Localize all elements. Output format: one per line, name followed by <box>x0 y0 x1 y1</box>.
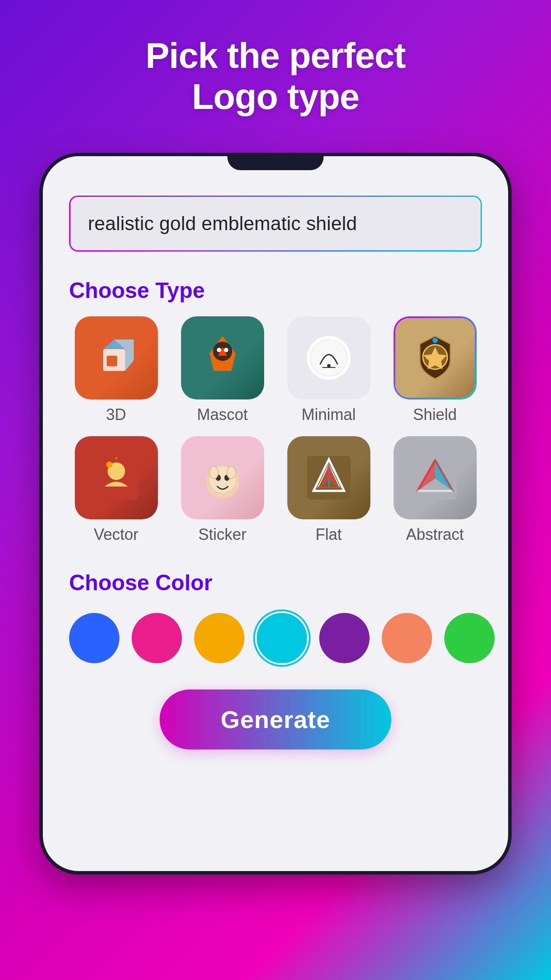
type-item-vector[interactable]: Vector <box>69 436 163 544</box>
type-label-abstract: Abstract <box>406 525 464 544</box>
type-icon-wrap-shield <box>394 316 477 399</box>
color-circle-orange[interactable] <box>382 613 432 663</box>
type-icon-wrap-3d <box>75 316 158 399</box>
svg-point-8 <box>224 348 228 352</box>
phone-frame: Choose Type 3DMascotMinimalShieldVectorS… <box>39 153 512 875</box>
type-icon-wrap-mascot <box>181 316 264 399</box>
svg-point-14 <box>432 338 438 343</box>
icon-abstract <box>394 436 477 519</box>
icon-sticker <box>181 436 264 519</box>
header-line2: Logo type <box>192 77 359 116</box>
icon-mascot <box>181 316 264 399</box>
header-title: Pick the perfect Logo type <box>146 35 406 118</box>
type-label-shield: Shield <box>413 406 457 424</box>
type-label-flat: Flat <box>315 525 342 544</box>
icon-shield <box>395 318 475 398</box>
svg-point-10 <box>310 340 347 376</box>
color-row <box>69 613 482 663</box>
icon-minimal <box>287 316 370 399</box>
type-icon-wrap-minimal <box>287 316 370 399</box>
color-circle-blue[interactable] <box>69 613 119 663</box>
color-circle-pink[interactable] <box>132 613 182 663</box>
type-item-mascot[interactable]: Mascot <box>175 316 269 424</box>
type-icon-wrap-flat <box>287 436 370 519</box>
type-grid: 3DMascotMinimalShieldVectorStickerFlatAb… <box>69 316 482 544</box>
search-input[interactable] <box>69 196 482 252</box>
generate-button[interactable]: Generate <box>160 690 392 749</box>
type-icon-wrap-vector <box>75 436 158 519</box>
svg-point-24 <box>227 466 236 479</box>
type-item-minimal[interactable]: Minimal <box>282 316 376 424</box>
type-label-sticker: Sticker <box>198 525 246 544</box>
type-item-shield[interactable]: Shield <box>388 316 482 424</box>
icon-vector <box>75 436 158 519</box>
svg-point-7 <box>217 348 221 352</box>
type-item-sticker[interactable]: Sticker <box>175 436 269 544</box>
icon-flat <box>287 436 370 519</box>
svg-rect-3 <box>107 356 117 366</box>
choose-type-label: Choose Type <box>69 278 482 303</box>
choose-color-label: Choose Color <box>69 570 482 595</box>
svg-point-17 <box>106 462 112 468</box>
svg-point-23 <box>209 466 218 479</box>
type-icon-wrap-sticker <box>181 436 264 519</box>
type-label-minimal: Minimal <box>301 406 356 424</box>
color-circle-purple[interactable] <box>319 613 370 663</box>
type-item-3d[interactable]: 3D <box>69 316 163 424</box>
type-label-mascot: Mascot <box>197 406 248 424</box>
type-item-flat[interactable]: Flat <box>282 436 376 544</box>
color-circle-cyan[interactable] <box>257 613 307 663</box>
type-label-3d: 3D <box>106 406 126 424</box>
type-icon-wrap-abstract <box>394 436 477 519</box>
color-circle-gold[interactable] <box>194 613 244 663</box>
type-item-abstract[interactable]: Abstract <box>388 436 482 544</box>
svg-point-11 <box>327 364 331 368</box>
color-circle-green[interactable] <box>444 613 495 663</box>
icon-3d <box>75 316 158 399</box>
type-label-vector: Vector <box>94 525 138 544</box>
header-line1: Pick the perfect <box>146 35 406 75</box>
